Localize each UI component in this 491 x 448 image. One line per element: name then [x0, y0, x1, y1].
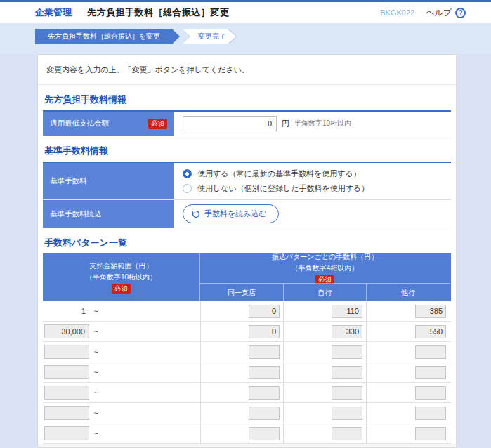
footer-area — [38, 444, 456, 448]
range-start-input[interactable] — [44, 406, 89, 420]
radio-use-label: 使用する（常に最新の基準手数料を使用する） — [197, 169, 361, 179]
own-bank-fee-input[interactable] — [332, 427, 362, 440]
same-branch-fee-input[interactable] — [249, 407, 280, 420]
same-branch-fee-input[interactable] — [249, 325, 280, 338]
other-bank-fee-input[interactable] — [415, 407, 446, 420]
range-start-static: 1 — [44, 304, 89, 318]
yen-unit: 円 — [282, 119, 289, 129]
other-bank-cell — [366, 301, 450, 321]
min-payment-value-cell: 円 半角数字10桁以内 — [174, 112, 451, 136]
fee-pattern-row: ～ — [43, 362, 451, 383]
range-start-input[interactable] — [44, 426, 89, 440]
own-bank-fee-input[interactable] — [332, 325, 362, 338]
column-header-payment-range: 支払金額範囲（円） （半角数字10桁以内） 必須 — [43, 253, 200, 301]
own-bank-cell — [283, 342, 366, 362]
tilde-mark: ～ — [93, 428, 100, 438]
radio-selected-icon — [183, 169, 192, 178]
own-bank-fee-input[interactable] — [332, 407, 362, 420]
range-start-input[interactable] — [44, 345, 89, 359]
same-branch-cell — [200, 423, 283, 443]
tilde-mark: ～ — [93, 367, 100, 377]
same-branch-cell — [200, 383, 283, 402]
fee-pattern-row: ～ — [43, 383, 451, 403]
content-card: 変更内容を入力の上、「変更」ボタンを押してください。 先方負担手数料情報 適用最… — [37, 54, 457, 448]
own-bank-cell — [283, 403, 366, 423]
own-bank-cell — [283, 301, 366, 321]
tilde-mark: ～ — [93, 306, 100, 316]
standard-fee-label-cell: 基準手数料 — [43, 163, 174, 199]
same-branch-fee-input[interactable] — [249, 386, 280, 400]
standard-fee-table: 基準手数料 使用する（常に最新の基準手数料を使用する） 使用しない（個別に登録し… — [43, 162, 451, 228]
other-bank-fee-input[interactable] — [415, 305, 446, 318]
own-bank-cell — [283, 362, 366, 382]
same-branch-fee-input[interactable] — [249, 427, 280, 440]
other-bank-cell — [366, 403, 450, 423]
fee-pattern-row: ～ — [43, 403, 451, 423]
same-branch-fee-input[interactable] — [249, 305, 280, 318]
standard-fee-radio-group: 使用する（常に最新の基準手数料を使用する） 使用しない（個別に登録した手数料を使… — [174, 163, 451, 199]
min-payment-label: 適用最低支払金額 — [50, 119, 109, 129]
range-start-input[interactable] — [44, 386, 89, 400]
tilde-mark: ～ — [93, 327, 100, 336]
min-payment-label-cell: 適用最低支払金額 必須 — [43, 112, 174, 136]
other-bank-fee-input[interactable] — [415, 345, 446, 359]
other-bank-fee-input[interactable] — [415, 427, 446, 440]
standard-fee-row: 基準手数料 使用する（常に最新の基準手数料を使用する） 使用しない（個別に登録し… — [43, 163, 451, 200]
column-header-fee-group: 振込パターンごとの手数料（円） （半角数字4桁以内） 必須 — [200, 253, 450, 283]
tilde-mark: ～ — [93, 388, 100, 397]
section-title-fee-pattern: 手数料パターン一覧 — [44, 237, 450, 249]
same-branch-fee-input[interactable] — [249, 345, 280, 359]
own-bank-cell — [283, 322, 366, 341]
column-header-other-bank: 他行 — [366, 283, 450, 301]
fee-pattern-row: ～ — [43, 423, 451, 444]
min-payment-input[interactable] — [183, 116, 277, 131]
app-menu-title[interactable]: 企業管理 — [35, 6, 72, 19]
other-bank-cell — [366, 322, 450, 341]
fee-pattern-row: 1 ～ — [43, 301, 451, 322]
load-fee-button-label: 手数料を読み込む — [204, 209, 267, 219]
range-cell: ～ — [43, 423, 200, 443]
fee-pattern-table-header: 支払金額範囲（円） （半角数字10桁以内） 必須 振込パターンごとの手数料（円）… — [43, 253, 451, 301]
tilde-mark: ～ — [93, 347, 100, 357]
step-next-label: 変更完了 — [183, 29, 236, 44]
column-header-own-bank: 自行 — [283, 283, 366, 301]
fee-group-note: （半角数字4桁以内） — [292, 263, 359, 273]
instruction-text: 変更内容を入力の上、「変更」ボタンを押してください。 — [38, 55, 456, 85]
fee-load-row: 基準手数料読込 手数料を読み込む — [43, 200, 451, 228]
own-bank-fee-input[interactable] — [332, 305, 362, 318]
load-fee-button[interactable]: 手数料を読み込む — [183, 204, 279, 223]
own-bank-cell — [283, 383, 366, 402]
required-badge: 必須 — [148, 119, 167, 129]
fee-info-table: 適用最低支払金額 必須 円 半角数字10桁以内 — [43, 110, 451, 136]
other-bank-cell — [366, 423, 450, 443]
range-start-input[interactable] — [44, 365, 89, 379]
own-bank-fee-input[interactable] — [332, 366, 362, 379]
same-branch-fee-input[interactable] — [249, 366, 280, 379]
help-link[interactable]: ヘルプ ? — [426, 7, 466, 19]
required-badge: 必須 — [112, 284, 131, 294]
tilde-mark: ～ — [93, 408, 100, 418]
range-start-input[interactable] — [44, 324, 89, 338]
other-bank-fee-input[interactable] — [415, 366, 446, 379]
other-bank-fee-input[interactable] — [415, 325, 446, 338]
section-fee-pattern: 手数料パターン一覧 支払金額範囲（円） （半角数字10桁以内） 必須 振込パター… — [38, 228, 456, 444]
step-indicator: 先方負担手数料［総合振込］を変更 変更完了 — [0, 23, 491, 54]
radio-option-not-use[interactable]: 使用しない（個別に登録した手数料を使用する） — [183, 183, 443, 194]
section-title-standard-fee: 基準手数料情報 — [44, 145, 450, 157]
payment-range-title: 支払金額範囲（円） — [90, 261, 153, 271]
range-cell: ～ — [43, 383, 200, 402]
help-label: ヘルプ — [426, 7, 452, 19]
section-standard-fee: 基準手数料情報 基準手数料 使用する（常に最新の基準手数料を使用する） 使用しな… — [38, 136, 456, 228]
own-bank-cell — [283, 423, 366, 443]
own-bank-fee-input[interactable] — [332, 386, 362, 400]
radio-unselected-icon — [183, 184, 192, 193]
own-bank-fee-input[interactable] — [332, 345, 362, 359]
fee-load-label: 基準手数料読込 — [50, 209, 102, 219]
other-bank-fee-input[interactable] — [415, 386, 446, 400]
same-branch-cell — [200, 362, 283, 382]
standard-fee-label: 基準手数料 — [50, 176, 87, 186]
radio-option-use[interactable]: 使用する（常に最新の基準手数料を使用する） — [183, 169, 443, 179]
load-icon — [192, 210, 200, 218]
question-circle-icon: ? — [455, 8, 466, 18]
range-cell: ～ — [43, 403, 200, 423]
